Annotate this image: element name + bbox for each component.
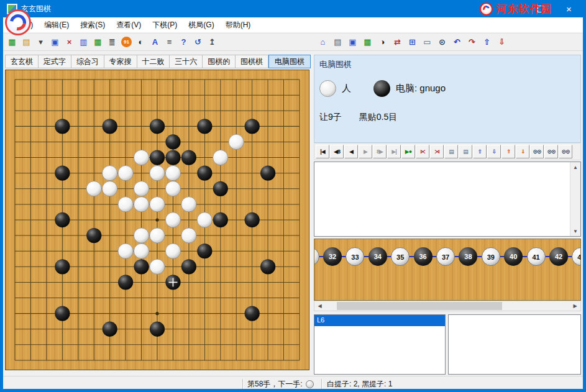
variation-list[interactable]: L6 [314,314,446,375]
comment-scrollbar[interactable]: ▲ ▼ [570,162,580,236]
move-stone-39[interactable]: 39 [482,247,500,266]
nav-var-next-button[interactable]: ⋊ [430,145,444,158]
copy-board-icon[interactable]: ▤ [331,36,344,48]
move-stone-42[interactable]: 42 [549,247,568,266]
coords-icon[interactable]: A [149,36,162,48]
nav-up-button[interactable]: ⇧ [473,145,487,158]
move-stone-34[interactable]: 34 [369,247,387,266]
tab-围棋棋[interactable]: 围棋棋 [236,55,268,68]
menu-帮助(H)[interactable]: 帮助(H) [220,17,257,33]
new-board-icon[interactable]: ▦ [6,36,19,48]
move-stone-43[interactable]: 43 [572,247,581,266]
up-move-icon[interactable]: ⇧ [480,36,493,48]
minimize-icon [510,9,516,9]
move-stone-41[interactable]: 41 [527,247,546,266]
close-file-icon[interactable]: × [63,36,76,48]
text-list-icon[interactable]: ≣ [106,36,119,48]
tab-玄玄棋[interactable]: 玄玄棋 [5,55,39,68]
tab-十二败[interactable]: 十二败 [137,55,170,68]
move-stone-32[interactable]: 32 [323,247,342,266]
tab-专家搜[interactable]: 专家搜 [104,55,137,68]
info-list[interactable] [448,314,581,375]
scroll-down-icon[interactable]: ▼ [570,226,580,236]
move-strip-scrollbar[interactable]: ◀ ▶ [314,301,581,311]
comment-box[interactable]: ▲ ▼ [314,162,581,237]
menu-查看(V)[interactable]: 查看(V) [111,17,147,33]
problem-list-icon[interactable]: ▥ [77,36,90,48]
stone-white-12-9 [181,197,196,212]
upload-icon[interactable]: ↥ [206,36,219,48]
move-stone-33[interactable]: 33 [346,247,364,266]
rotate-icon[interactable]: ↺ [191,36,204,48]
redo-icon[interactable]: ↷ [465,36,478,48]
move-stone-38[interactable]: 38 [459,247,477,266]
menu-文件(F)[interactable]: 文件(F) [3,17,39,33]
nav-search-board-button[interactable]: ⊙⊙ [530,145,544,158]
nav-page-next-button[interactable]: ▤ [459,145,472,158]
dropdown-icon[interactable]: ▾ [34,36,47,48]
menu-棋局(G)[interactable]: 棋局(G) [183,17,219,33]
save-icon[interactable]: ▣ [48,36,62,48]
pass-icon[interactable]: ▭ [421,36,434,48]
stone-white-8-12 [118,244,133,258]
move-stone-36[interactable]: 36 [414,247,433,266]
stone-black-6-11 [86,228,101,243]
stones-icon[interactable]: ◐ [134,36,147,48]
tab-围棋的[interactable]: 围棋的 [203,55,236,68]
move-stone-40[interactable]: 40 [504,247,523,266]
undo-icon[interactable]: ↶ [451,36,464,48]
nav-top-button[interactable]: ⇑ [501,145,515,158]
variation-item-L6[interactable]: L6 [314,315,445,326]
scroll-left-icon[interactable]: ◀ [314,301,325,311]
nav-forward-button[interactable]: ▶ [359,145,372,158]
stone-white-10-11 [150,228,165,243]
paste-board-icon[interactable]: ▣ [346,36,359,48]
nav-first-button[interactable]: |◀ [316,145,329,158]
stone-black-8-14 [118,275,133,289]
menu-下棋(P)[interactable]: 下棋(P) [147,17,183,33]
switch-color-icon[interactable]: ◑ [376,36,389,48]
nav-page-prev-button[interactable]: ▤ [444,145,458,158]
nav-bottom-button[interactable]: ⇓ [516,145,529,158]
stone-black-10-4 [150,119,165,134]
move-stone-35[interactable]: 35 [391,247,410,266]
nav-back-8-button[interactable]: ◀8 [330,145,344,158]
move-stone-37[interactable]: 37 [436,247,455,266]
nav-play-button[interactable]: ▶● [401,145,415,158]
next-player-stone-icon [306,380,314,388]
open-file-icon[interactable]: ▤ [20,36,33,48]
nav-var-prev-button[interactable]: ⋉ [416,145,429,158]
nav-forward-8-button[interactable]: 8▶ [373,145,387,158]
maximize-button[interactable] [527,0,555,17]
tab-电脑围棋[interactable]: 电脑围棋 [268,55,311,68]
scroll-up-icon[interactable]: ▲ [570,162,580,172]
stone-white-13-10 [197,212,212,227]
score-icon[interactable]: ⊞ [406,36,419,48]
swap-icon[interactable]: ⇄ [391,36,404,48]
question-icon[interactable]: ? [177,36,190,48]
hint-icon[interactable]: ⊙ [436,36,449,48]
nav-down-button[interactable]: ⇩ [487,145,501,158]
panel-layout-icon[interactable]: ⌂ [316,36,329,48]
move-number-icon[interactable]: 91 [121,37,132,47]
nav-search-next-button[interactable]: ⊙⊙ [544,145,558,158]
nav-last-button[interactable]: ▶| [387,145,401,158]
nav-search-prev-button[interactable]: ⊙⊙ [559,145,572,158]
title-bar[interactable]: 玄玄围棋 × [3,0,583,17]
comment-icon[interactable]: ≡ [163,36,176,48]
scrollbar-thumb[interactable] [337,302,502,310]
menu-搜索(S)[interactable]: 搜索(S) [75,17,111,33]
menu-编辑(E)[interactable]: 编辑(E) [39,17,75,33]
scroll-right-icon[interactable]: ▶ [570,301,580,311]
down-move-icon[interactable]: ⇩ [495,36,508,48]
nav-back-button[interactable]: ◀ [344,145,358,158]
go-board[interactable] [5,70,309,370]
new-game-icon[interactable]: ▦ [361,36,374,48]
tab-综合习[interactable]: 综合习 [71,55,104,68]
minimize-button[interactable] [499,0,527,17]
close-button[interactable]: × [555,0,583,17]
tab-三十六[interactable]: 三十六 [170,55,203,68]
move-stone-31[interactable]: 31 [314,247,319,266]
tab-定式字[interactable]: 定式字 [39,55,71,68]
board-view-icon[interactable]: ▦ [91,36,104,48]
